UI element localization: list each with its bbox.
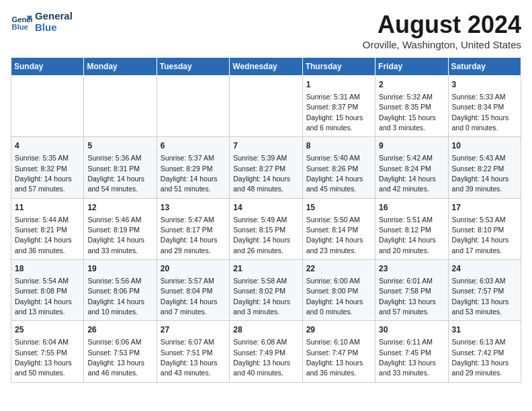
- calendar-cell: 15Sunrise: 5:50 AM Sunset: 8:14 PM Dayli…: [302, 198, 375, 259]
- day-number: 8: [306, 140, 371, 152]
- calendar-cell: 8Sunrise: 5:40 AM Sunset: 8:26 PM Daylig…: [302, 137, 375, 198]
- day-number: 14: [233, 202, 298, 214]
- day-number: 25: [15, 324, 80, 336]
- day-number: 4: [15, 140, 80, 152]
- week-row-1: 1Sunrise: 5:31 AM Sunset: 8:37 PM Daylig…: [11, 76, 521, 137]
- day-info: Sunrise: 5:53 AM Sunset: 8:10 PM Dayligh…: [452, 216, 509, 255]
- day-number: 28: [233, 324, 298, 336]
- calendar-cell: 18Sunrise: 5:54 AM Sunset: 8:08 PM Dayli…: [11, 260, 84, 321]
- day-number: 10: [452, 140, 517, 152]
- calendar-cell: 23Sunrise: 6:01 AM Sunset: 7:58 PM Dayli…: [375, 260, 448, 321]
- week-row-4: 18Sunrise: 5:54 AM Sunset: 8:08 PM Dayli…: [11, 260, 521, 321]
- calendar-cell: 9Sunrise: 5:42 AM Sunset: 8:24 PM Daylig…: [375, 137, 448, 198]
- day-info: Sunrise: 5:49 AM Sunset: 8:15 PM Dayligh…: [233, 216, 290, 255]
- weekday-header-row: SundayMondayTuesdayWednesdayThursdayFrid…: [11, 58, 521, 76]
- day-info: Sunrise: 5:32 AM Sunset: 8:35 PM Dayligh…: [379, 93, 436, 132]
- calendar-cell: [11, 76, 84, 137]
- day-number: 15: [306, 202, 371, 214]
- day-number: 1: [306, 79, 371, 91]
- calendar-cell: 25Sunrise: 6:04 AM Sunset: 7:55 PM Dayli…: [11, 321, 84, 382]
- weekday-header-thursday: Thursday: [302, 58, 375, 76]
- calendar-cell: 6Sunrise: 5:37 AM Sunset: 8:29 PM Daylig…: [157, 137, 229, 198]
- calendar-cell: 11Sunrise: 5:44 AM Sunset: 8:21 PM Dayli…: [11, 198, 84, 259]
- weekday-header-tuesday: Tuesday: [157, 58, 229, 76]
- day-info: Sunrise: 6:13 AM Sunset: 7:42 PM Dayligh…: [452, 338, 509, 377]
- day-info: Sunrise: 5:51 AM Sunset: 8:12 PM Dayligh…: [379, 216, 436, 255]
- day-number: 18: [15, 263, 80, 275]
- day-number: 6: [161, 140, 226, 152]
- weekday-header-saturday: Saturday: [448, 58, 521, 76]
- calendar-cell: 12Sunrise: 5:46 AM Sunset: 8:19 PM Dayli…: [84, 198, 157, 259]
- logo-general: General: [35, 11, 73, 22]
- calendar-cell: 30Sunrise: 6:11 AM Sunset: 7:45 PM Dayli…: [375, 321, 448, 382]
- day-number: 7: [233, 140, 298, 152]
- calendar-cell: 7Sunrise: 5:39 AM Sunset: 8:27 PM Daylig…: [230, 137, 302, 198]
- calendar-cell: 4Sunrise: 5:35 AM Sunset: 8:32 PM Daylig…: [11, 137, 84, 198]
- svg-text:Blue: Blue: [12, 23, 28, 31]
- day-number: 30: [379, 324, 444, 336]
- day-info: Sunrise: 6:03 AM Sunset: 7:57 PM Dayligh…: [452, 277, 509, 316]
- calendar-table: SundayMondayTuesdayWednesdayThursdayFrid…: [11, 57, 521, 383]
- day-info: Sunrise: 6:07 AM Sunset: 7:51 PM Dayligh…: [161, 338, 218, 377]
- day-info: Sunrise: 5:39 AM Sunset: 8:27 PM Dayligh…: [233, 154, 290, 193]
- calendar-cell: 17Sunrise: 5:53 AM Sunset: 8:10 PM Dayli…: [448, 198, 521, 259]
- day-info: Sunrise: 5:54 AM Sunset: 8:08 PM Dayligh…: [15, 277, 72, 316]
- day-info: Sunrise: 6:11 AM Sunset: 7:45 PM Dayligh…: [379, 338, 436, 377]
- day-number: 27: [161, 324, 226, 336]
- week-row-3: 11Sunrise: 5:44 AM Sunset: 8:21 PM Dayli…: [11, 198, 521, 259]
- calendar-cell: [84, 76, 157, 137]
- day-number: 17: [452, 202, 517, 214]
- day-number: 3: [452, 79, 517, 91]
- day-number: 11: [15, 202, 80, 214]
- logo: General Blue General Blue: [11, 11, 73, 33]
- day-number: 31: [452, 324, 517, 336]
- day-info: Sunrise: 5:46 AM Sunset: 8:19 PM Dayligh…: [87, 216, 144, 255]
- calendar-cell: 24Sunrise: 6:03 AM Sunset: 7:57 PM Dayli…: [448, 260, 521, 321]
- weekday-header-monday: Monday: [84, 58, 157, 76]
- day-number: 20: [161, 263, 226, 275]
- calendar-cell: 22Sunrise: 6:00 AM Sunset: 8:00 PM Dayli…: [302, 260, 375, 321]
- day-info: Sunrise: 5:40 AM Sunset: 8:26 PM Dayligh…: [306, 154, 363, 193]
- weekday-header-friday: Friday: [375, 58, 448, 76]
- weekday-header-sunday: Sunday: [11, 58, 84, 76]
- day-info: Sunrise: 5:47 AM Sunset: 8:17 PM Dayligh…: [161, 216, 218, 255]
- day-info: Sunrise: 5:56 AM Sunset: 8:06 PM Dayligh…: [87, 277, 144, 316]
- day-info: Sunrise: 5:33 AM Sunset: 8:34 PM Dayligh…: [452, 93, 509, 132]
- day-info: Sunrise: 5:37 AM Sunset: 8:29 PM Dayligh…: [161, 154, 218, 193]
- subtitle: Oroville, Washington, United States: [363, 39, 521, 50]
- day-number: 26: [87, 324, 152, 336]
- calendar-cell: 13Sunrise: 5:47 AM Sunset: 8:17 PM Dayli…: [157, 198, 229, 259]
- day-info: Sunrise: 5:44 AM Sunset: 8:21 PM Dayligh…: [15, 216, 72, 255]
- week-row-2: 4Sunrise: 5:35 AM Sunset: 8:32 PM Daylig…: [11, 137, 521, 198]
- day-number: 12: [87, 202, 152, 214]
- day-number: 5: [87, 140, 152, 152]
- day-number: 2: [379, 79, 444, 91]
- calendar-cell: 27Sunrise: 6:07 AM Sunset: 7:51 PM Dayli…: [157, 321, 229, 382]
- calendar-cell: 10Sunrise: 5:43 AM Sunset: 8:22 PM Dayli…: [448, 137, 521, 198]
- title-block: August 2024 Oroville, Washington, United…: [363, 11, 521, 50]
- day-number: 16: [379, 202, 444, 214]
- calendar-cell: [230, 76, 302, 137]
- header: General Blue General Blue August 2024 Or…: [11, 11, 521, 50]
- day-info: Sunrise: 5:43 AM Sunset: 8:22 PM Dayligh…: [452, 154, 509, 193]
- day-info: Sunrise: 6:00 AM Sunset: 8:00 PM Dayligh…: [306, 277, 363, 316]
- logo-icon: General Blue: [11, 11, 32, 33]
- day-number: 13: [161, 202, 226, 214]
- calendar-cell: 21Sunrise: 5:58 AM Sunset: 8:02 PM Dayli…: [230, 260, 302, 321]
- day-number: 24: [452, 263, 517, 275]
- calendar-cell: 5Sunrise: 5:36 AM Sunset: 8:31 PM Daylig…: [84, 137, 157, 198]
- day-info: Sunrise: 5:35 AM Sunset: 8:32 PM Dayligh…: [15, 154, 72, 193]
- calendar-cell: 31Sunrise: 6:13 AM Sunset: 7:42 PM Dayli…: [448, 321, 521, 382]
- day-number: 29: [306, 324, 371, 336]
- calendar-cell: [157, 76, 229, 137]
- calendar-cell: 3Sunrise: 5:33 AM Sunset: 8:34 PM Daylig…: [448, 76, 521, 137]
- day-info: Sunrise: 6:01 AM Sunset: 7:58 PM Dayligh…: [379, 277, 436, 316]
- day-info: Sunrise: 5:36 AM Sunset: 8:31 PM Dayligh…: [87, 154, 144, 193]
- calendar-cell: 1Sunrise: 5:31 AM Sunset: 8:37 PM Daylig…: [302, 76, 375, 137]
- day-info: Sunrise: 5:50 AM Sunset: 8:14 PM Dayligh…: [306, 216, 363, 255]
- main-title: August 2024: [363, 11, 521, 39]
- day-number: 23: [379, 263, 444, 275]
- day-number: 22: [306, 263, 371, 275]
- day-info: Sunrise: 6:08 AM Sunset: 7:49 PM Dayligh…: [233, 338, 290, 377]
- calendar-cell: 16Sunrise: 5:51 AM Sunset: 8:12 PM Dayli…: [375, 198, 448, 259]
